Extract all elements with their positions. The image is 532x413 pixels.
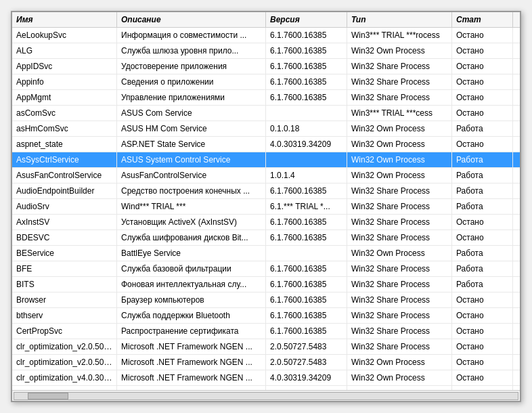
cell-type: Win32 Share Process bbox=[347, 183, 452, 198]
cell-description: Microsoft .NET Framework NGEN ... bbox=[117, 370, 266, 385]
cell-name: AsSysCtrlService bbox=[12, 152, 117, 167]
cell-name: clr_optimization_v2.0.507... bbox=[12, 339, 117, 354]
table-row[interactable]: AppIDSvcУдостоверение приложения6.1.7600… bbox=[12, 59, 520, 74]
cell-status: Работа bbox=[452, 246, 513, 261]
cell-type: Win32 Own Process bbox=[347, 137, 452, 152]
table-row[interactable]: bthservСлужба поддержки Bluetooth6.1.760… bbox=[12, 308, 520, 324]
cell-name: Browser bbox=[12, 292, 117, 307]
cell-status: Остано bbox=[452, 339, 513, 354]
cell-type: Win32 Own Process bbox=[347, 121, 452, 136]
cell-name: AppIDSvc bbox=[12, 59, 117, 74]
cell-status: Работа bbox=[452, 199, 513, 214]
cell-description: Информация о совместимости ... bbox=[117, 28, 266, 43]
cell-name: asHmComSvc bbox=[12, 121, 117, 136]
cell-description: Управление приложениями bbox=[117, 90, 266, 105]
table-row[interactable]: BrowserБраузер компьютеров6.1.7600.16385… bbox=[12, 292, 520, 308]
cell-version bbox=[266, 152, 347, 167]
cell-version: 6.1.7600.16385 bbox=[266, 74, 347, 89]
cell-type: Win32 Share Process bbox=[347, 90, 452, 105]
cell-description: ASUS Com Service bbox=[117, 106, 266, 121]
cell-name: clr_optimization_v4.0.303... bbox=[12, 370, 117, 385]
table-row[interactable]: AudioSrvWind*** TRIAL ***6.1.*** TRIAL *… bbox=[12, 199, 520, 215]
cell-version: 6.1.7600.16385 bbox=[266, 230, 347, 245]
cell-status: Остано bbox=[452, 43, 513, 58]
horizontal-scrollbar[interactable] bbox=[12, 390, 520, 401]
col-header-type: Тип bbox=[347, 12, 452, 27]
table-row[interactable]: AsusFanControlServiceAsusFanControlServi… bbox=[12, 168, 520, 183]
table-row[interactable]: clr_optimization_v2.0.507...Microsoft .N… bbox=[12, 355, 520, 370]
cell-description: Фоновая интеллектуальная слу... bbox=[117, 277, 266, 292]
cell-type: Win32 Share Process bbox=[347, 74, 452, 89]
table-row[interactable]: AsSysCtrlServiceASUS System Control Serv… bbox=[12, 152, 520, 168]
cell-description: ASUS HM Com Service bbox=[117, 121, 266, 136]
cell-status: Остано bbox=[452, 355, 513, 370]
table-row[interactable]: asHmComSvcASUS HM Com Service0.1.0.18Win… bbox=[12, 121, 520, 137]
table-row[interactable]: BDESVCСлужба шифрования дисков Bit...6.1… bbox=[12, 230, 520, 246]
cell-name: BFE bbox=[12, 261, 117, 276]
cell-description: Служба шлюза уровня прило... bbox=[117, 43, 266, 58]
cell-status: Работа bbox=[452, 121, 513, 136]
cell-name: Appinfo bbox=[12, 74, 117, 89]
table-header: Имя Описание Версия Тип Стат bbox=[12, 12, 520, 28]
cell-version: 6.1.7600.16385 bbox=[266, 43, 347, 58]
cell-version: 6.1.7600.16385 bbox=[266, 59, 347, 74]
scrollbar-track[interactable] bbox=[14, 392, 518, 400]
cell-status: Работа bbox=[452, 183, 513, 198]
cell-status: Работа bbox=[452, 261, 513, 276]
cell-description: Microsoft .NET Framework NGEN ... bbox=[117, 355, 266, 370]
table-row[interactable]: AppMgmtУправление приложениями6.1.7600.1… bbox=[12, 90, 520, 106]
cell-version: 4.0.30319.34209 bbox=[266, 137, 347, 152]
cell-description: Wind*** TRIAL *** bbox=[117, 199, 266, 214]
table-row[interactable]: CertPropSvcРаспространение сертификата6.… bbox=[12, 324, 520, 339]
cell-status: Остано bbox=[452, 137, 513, 152]
cell-version: 4.0.30319.34209 bbox=[266, 370, 347, 385]
table-row[interactable]: AxInstSVУстановщик ActiveX (AxInstSV)6.1… bbox=[12, 215, 520, 230]
cell-version bbox=[266, 246, 347, 261]
table-row[interactable]: AppinfoСведения о приложении6.1.7600.163… bbox=[12, 74, 520, 90]
cell-version: 0.1.0.18 bbox=[266, 121, 347, 136]
cell-status: Остано bbox=[452, 215, 513, 230]
cell-version: 6.1.7600.16385 bbox=[266, 292, 347, 307]
table-row[interactable]: AeLookupSvcИнформация о совместимости ..… bbox=[12, 28, 520, 43]
cell-description: AsusFanControlService bbox=[117, 168, 266, 183]
table-row[interactable]: BITSФоновая интеллектуальная слу...6.1.7… bbox=[12, 277, 520, 292]
table-body[interactable]: AeLookupSvcИнформация о совместимости ..… bbox=[12, 28, 520, 390]
cell-name: AeLookupSvc bbox=[12, 28, 117, 43]
cell-type: Win32 Own Process bbox=[347, 246, 452, 261]
cell-type: Win32 Own Process bbox=[347, 168, 452, 183]
scrollbar-thumb[interactable] bbox=[28, 393, 68, 399]
cell-status: Остано bbox=[452, 370, 513, 385]
table-row[interactable]: BEServiceBattlEye ServiceWin32 Own Proce… bbox=[12, 246, 520, 261]
cell-status: Остано bbox=[452, 292, 513, 307]
table-row[interactable]: BFEСлужба базовой фильтрации6.1.7600.163… bbox=[12, 261, 520, 277]
cell-description: Установщик ActiveX (AxInstSV) bbox=[117, 215, 266, 230]
table-row[interactable]: ALGСлужба шлюза уровня прило...6.1.7600.… bbox=[12, 43, 520, 59]
cell-version: 6.1.7600.16385 bbox=[266, 308, 347, 323]
cell-type: Win32 Share Process bbox=[347, 199, 452, 214]
table-row[interactable]: asComSvcASUS Com ServiceWin3*** TRIAL **… bbox=[12, 106, 520, 121]
cell-type: Win32 Share Process bbox=[347, 324, 452, 339]
cell-name: BITS bbox=[12, 277, 117, 292]
col-header-version: Версия bbox=[266, 12, 347, 27]
cell-status: Работа bbox=[452, 152, 513, 167]
cell-name: AppMgmt bbox=[12, 90, 117, 105]
cell-type: Win32 Share Process bbox=[347, 292, 452, 307]
cell-name: BDESVC bbox=[12, 230, 117, 245]
table-row[interactable]: clr_optimization_v2.0.507...Microsoft .N… bbox=[12, 339, 520, 355]
cell-name: ALG bbox=[12, 43, 117, 58]
cell-version: 6.1.*** TRIAL *... bbox=[266, 199, 347, 214]
cell-description: Сведения о приложении bbox=[117, 74, 266, 89]
table-row[interactable]: AudioEndpointBuilderСредство построения … bbox=[12, 183, 520, 199]
cell-name: asComSvc bbox=[12, 106, 117, 121]
table-row[interactable]: clr_optimization_v4.0.303...Microsoft .N… bbox=[12, 370, 520, 386]
cell-status: Остано bbox=[452, 59, 513, 74]
cell-type: Win32 Own Process bbox=[347, 152, 452, 167]
cell-type: Win32 Share Process bbox=[347, 308, 452, 323]
table-row[interactable]: aspnet_stateASP.NET State Service4.0.303… bbox=[12, 137, 520, 152]
cell-name: CertPropSvc bbox=[12, 324, 117, 339]
cell-description: ASUS System Control Service bbox=[117, 152, 266, 167]
cell-status: Остано bbox=[452, 74, 513, 89]
cell-type: Win3*** TRIAL ***rocess bbox=[347, 28, 452, 43]
cell-status: Остано bbox=[452, 308, 513, 323]
cell-version: 6.1.7600.16385 bbox=[266, 324, 347, 339]
